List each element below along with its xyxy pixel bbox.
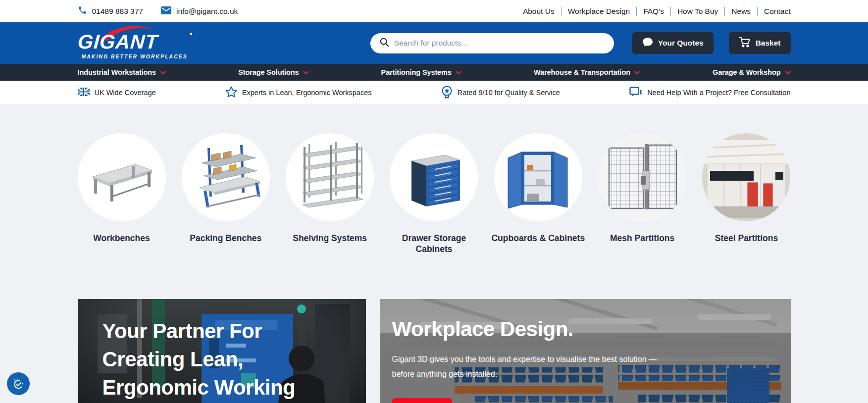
hero-workplace-body-line: Gigant 3D gives you the tools and expert… — [392, 352, 791, 367]
category-packing-benches[interactable]: Packing Benches — [182, 133, 270, 254]
nav-item-garage-workshop[interactable]: Garage & Workshop — [713, 68, 790, 76]
nav-label: Warehouse & Transportation — [534, 68, 630, 76]
utility-link-contact[interactable]: Contact — [757, 7, 790, 16]
utility-link-workplace-design[interactable]: Workplace Design — [561, 7, 637, 16]
cart-icon — [739, 37, 751, 50]
top-utility-bar: 01489 883 377 info@gigant.co.uk About Us… — [0, 0, 868, 22]
feature-label: UK Wide Coverage — [95, 89, 156, 97]
category-mesh-partitions[interactable]: Mesh Partitions — [598, 133, 686, 254]
hero-partner-title: Your Partner For Creating Lean, Ergonomi… — [102, 317, 366, 402]
product-search — [370, 33, 614, 53]
workbenches-image — [78, 133, 166, 221]
nav-label: Garage & Workshop — [713, 68, 780, 76]
category-steel-partitions[interactable]: Steel Partitions — [702, 133, 790, 254]
hero-workplace-title: Workplace Design. — [392, 317, 791, 342]
hero-partner-title-line: Ergonomic Working — [102, 373, 366, 402]
utility-link-how-to-buy[interactable]: How To Buy — [670, 7, 724, 16]
nav-item-partitioning-systems[interactable]: Partitioning Systems — [381, 68, 461, 76]
nav-label: Partitioning Systems — [381, 68, 452, 76]
your-quotes-button[interactable]: Your Quotes — [632, 32, 714, 54]
feature-lean-experts: Experts in Lean, Ergonomic Workspaces — [225, 86, 372, 99]
chevron-down-icon — [785, 68, 791, 76]
page-content: Workbenches — [0, 105, 868, 403]
logo-text: GIGANT — [77, 32, 188, 51]
logo-trademark-dot — [190, 33, 192, 35]
category-drawer-storage-cabinets[interactable]: Drawer Storage Cabinets — [390, 133, 478, 254]
nav-label: Storage Solutions — [238, 68, 299, 76]
star-icon — [225, 86, 237, 99]
search-icon — [379, 37, 389, 49]
hero-partner-title-line: Creating Lean, — [102, 345, 366, 373]
nav-label: Industrial Workstations — [78, 68, 156, 76]
steel-partitions-image — [702, 133, 790, 221]
rated-badge-icon — [441, 86, 453, 100]
category-row: Workbenches — [78, 133, 791, 254]
hero-workplace-design-banner: Workplace Design. Gigant 3D gives you th… — [380, 299, 791, 403]
feature-uk-coverage: UK Wide Coverage — [78, 88, 156, 98]
search-input[interactable] — [394, 39, 605, 48]
chevron-down-icon — [303, 68, 309, 76]
feature-rated: Rated 9/10 for Quality & Service — [441, 86, 560, 100]
speech-bubble-icon — [642, 37, 653, 49]
utility-link-news[interactable]: News — [724, 7, 757, 16]
feature-label: Experts in Lean, Ergonomic Workspaces — [242, 89, 372, 97]
hero-partner-title-line: Your Partner For — [102, 317, 366, 345]
shelving-systems-image — [286, 133, 374, 221]
packing-benches-image — [182, 133, 270, 221]
gigant-logo[interactable]: GIGANT MAKING BETTER WORKPLACES — [78, 27, 188, 59]
basket-button[interactable]: Basket — [729, 32, 791, 54]
chat-icon — [629, 87, 642, 99]
nav-item-warehouse-transportation[interactable]: Warehouse & Transportation — [534, 68, 640, 76]
phone-link[interactable]: 01489 883 377 — [78, 5, 143, 17]
nav-item-storage-solutions[interactable]: Storage Solutions — [238, 68, 308, 76]
feature-label: Rated 9/10 for Quality & Service — [458, 89, 560, 97]
learn-more-button[interactable]: Learn More — [392, 398, 452, 403]
uk-flag-icon — [78, 88, 90, 98]
your-quotes-label: Your Quotes — [658, 39, 704, 48]
nav-item-industrial-workstations[interactable]: Industrial Workstations — [78, 68, 166, 76]
hero-workplace-body-line: before anything gets installed. — [392, 367, 791, 382]
chevron-down-icon — [634, 68, 640, 76]
site-header: GIGANT MAKING BETTER WORKPLACES Your Quo… — [0, 22, 868, 64]
utility-link-about-us[interactable]: About Us — [516, 7, 561, 16]
chevron-down-icon — [160, 68, 166, 76]
cupboards-cabinets-image — [494, 133, 582, 221]
category-workbenches[interactable]: Workbenches — [78, 133, 166, 254]
category-cupboards-cabinets[interactable]: Cupboards & Cabinets — [494, 133, 582, 254]
hero-workplace-body: Gigant 3D gives you the tools and expert… — [392, 352, 791, 382]
mesh-partitions-image — [598, 133, 686, 221]
cookie-settings-button[interactable] — [7, 372, 30, 395]
feature-consultation: Need Help With a Project? Free Consultat… — [629, 87, 790, 99]
cookie-icon — [11, 376, 26, 391]
hero-row: Your Partner For Creating Lean, Ergonomi… — [78, 299, 791, 403]
chevron-down-icon — [456, 68, 461, 76]
phone-icon — [78, 5, 87, 17]
utility-nav: About Us Workplace Design FAQ's How To B… — [516, 7, 791, 16]
drawer-storage-cabinets-image — [390, 133, 478, 221]
category-shelving-systems[interactable]: Shelving Systems — [286, 133, 374, 254]
logo-tagline: MAKING BETTER WORKPLACES — [78, 53, 188, 59]
email-address: info@gigant.co.uk — [176, 7, 238, 16]
utility-link-faqs[interactable]: FAQ's — [636, 7, 670, 16]
basket-label: Basket — [756, 39, 781, 48]
email-link[interactable]: info@gigant.co.uk — [161, 6, 238, 16]
feature-label: Need Help With a Project? Free Consultat… — [647, 89, 790, 97]
envelope-icon — [161, 6, 171, 16]
feature-strip: UK Wide Coverage Experts in Lean, Ergono… — [0, 81, 868, 105]
phone-number: 01489 883 377 — [92, 7, 143, 16]
main-navigation: Industrial Workstations Storage Solution… — [0, 64, 868, 81]
hero-partner-banner: Your Partner For Creating Lean, Ergonomi… — [78, 299, 366, 403]
